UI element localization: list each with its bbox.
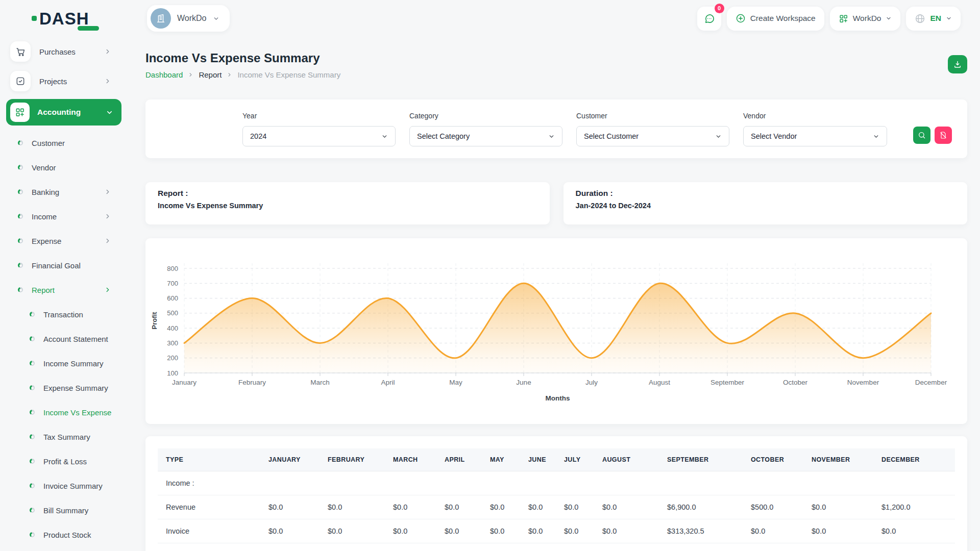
year-select[interactable]: 2024	[242, 126, 396, 146]
filter-card: Year 2024 Category Select Category Custo…	[145, 99, 967, 158]
sidebar-item-customer[interactable]: Customer	[0, 131, 122, 155]
income-expense-table: TYPEJANUARYFEBRUARYMARCHAPRILMAYJUNEJULY…	[158, 448, 955, 551]
sidebar-item-label: Income	[32, 212, 57, 221]
building-icon	[151, 8, 171, 29]
page-title: Income Vs Expense Summary	[145, 51, 967, 65]
vendor-select[interactable]: Select Vendor	[743, 126, 887, 146]
column-header-june: JUNE	[520, 448, 556, 471]
reset-filter-button[interactable]	[935, 127, 952, 144]
x-tick-label: March	[310, 379, 330, 386]
x-tick-label: January	[172, 379, 197, 386]
row-value: $0.0	[594, 495, 659, 519]
column-header-february: FEBRUARY	[320, 448, 385, 471]
column-header-may: MAY	[482, 448, 520, 471]
chat-icon	[703, 13, 715, 24]
column-header-august: AUGUST	[594, 448, 659, 471]
row-value: $0.0	[594, 519, 659, 543]
messages-button[interactable]: 0	[697, 7, 721, 31]
chevron-down-icon	[106, 109, 113, 116]
table-body: Income :Revenue$0.0$0.0$0.0$0.0$0.0$0.0$…	[158, 471, 955, 551]
vendor-filter: Vendor Select Vendor	[743, 112, 887, 146]
sidebar-item-label: Purchases	[39, 47, 76, 56]
chevron-down-icon	[886, 15, 892, 21]
workdo-menu-label: WorkDo	[853, 14, 881, 23]
duration-card-title: Duration :	[576, 189, 955, 198]
sidebar-item-label: Income Vs Expense	[43, 408, 111, 417]
sidebar-item-report[interactable]: Report	[0, 278, 122, 302]
column-header-january: JANUARY	[260, 448, 320, 471]
breadcrumb-dashboard[interactable]: Dashboard	[145, 70, 183, 79]
sidebar-item-label: Bill Summary	[43, 506, 88, 515]
chevron-right-icon	[104, 48, 111, 55]
sidebar-item-tax-summary[interactable]: Tax Summary	[0, 424, 122, 449]
bullet-icon	[18, 238, 23, 243]
page-header: Income Vs Expense Summary Dashboard Repo…	[145, 51, 967, 79]
main-content: Income Vs Expense Summary Dashboard Repo…	[122, 37, 980, 551]
sidebar-item-income[interactable]: Income	[0, 204, 122, 229]
category-select[interactable]: Select Category	[409, 126, 562, 146]
table-row-invoice: Invoice$0.0$0.0$0.0$0.0$0.0$0.0$0.0$0.0$…	[158, 519, 955, 543]
download-button[interactable]	[948, 55, 967, 73]
sidebar-item-financial-goal[interactable]: Financial Goal	[0, 253, 122, 278]
bullet-icon	[30, 312, 35, 317]
chevron-right-icon	[227, 72, 232, 78]
sidebar-item-label: Accounting	[37, 108, 81, 117]
sidebar-item-invoice-summary[interactable]: Invoice Summary	[0, 473, 122, 498]
row-value: $0.0	[556, 495, 594, 519]
sidebar-item-cash-flow[interactable]: Cash Flow	[0, 547, 122, 551]
sidebar-item-account-statement[interactable]: Account Statement	[0, 327, 122, 351]
row-value: $0.0	[803, 519, 873, 543]
sidebar-item-transaction[interactable]: Transaction	[0, 302, 122, 327]
y-tick-label: 100	[167, 369, 178, 377]
table-section-income: Income :	[158, 471, 955, 495]
workspace-switcher[interactable]: WorkDo	[147, 5, 230, 32]
chevron-down-icon	[715, 133, 722, 140]
download-icon	[953, 60, 962, 69]
logo-dot-icon	[32, 16, 37, 21]
sidebar-item-accounting[interactable]: Accounting	[6, 99, 121, 126]
sidebar-item-product-stock[interactable]: Product Stock	[0, 522, 122, 547]
sidebar-item-label: Customer	[32, 139, 65, 147]
sidebar-item-banking[interactable]: Banking	[0, 180, 122, 204]
customer-select[interactable]: Select Customer	[576, 126, 729, 146]
sidebar-item-profit-loss[interactable]: Profit & Loss	[0, 449, 122, 473]
sidebar-item-label: Tax Summary	[43, 433, 90, 441]
sidebar-item-label: Banking	[32, 188, 59, 196]
sidebar-item-income-summary[interactable]: Income Summary	[0, 351, 122, 375]
category-select-value: Select Category	[417, 132, 470, 140]
sidebar-item-label: Expense Summary	[43, 384, 108, 392]
sidebar-item-projects[interactable]: Projects	[10, 69, 116, 93]
chevron-right-icon	[104, 213, 111, 220]
sidebar-item-label: Projects	[39, 77, 67, 86]
create-workspace-button[interactable]: Create Workspace	[727, 7, 824, 31]
sidebar-item-bill-summary[interactable]: Bill Summary	[0, 498, 122, 522]
topbar: DASH WorkDo 0	[0, 0, 980, 37]
sidebar-item-vendor[interactable]: Vendor	[0, 155, 122, 180]
report-card-value: Income Vs Expense Summary	[158, 202, 537, 210]
globe-icon	[915, 13, 925, 24]
x-tick-label: October	[783, 379, 808, 386]
sidebar-item-income-vs-expense[interactable]: Income Vs Expense	[0, 400, 122, 424]
row-value: $0.0	[436, 519, 482, 543]
row-value: $500.0	[743, 495, 803, 519]
logo-text: DASH	[39, 10, 89, 27]
column-header-type: TYPE	[158, 448, 260, 471]
x-tick-label: December	[915, 379, 947, 386]
x-tick-label: April	[381, 379, 395, 386]
sidebar-item-label: Product Stock	[43, 531, 91, 539]
language-selector[interactable]: EN	[906, 7, 961, 31]
brand-logo[interactable]: DASH	[0, 10, 122, 27]
bullet-icon	[30, 410, 35, 415]
sidebar-item-purchases[interactable]: Purchases	[10, 40, 116, 63]
apply-filter-button[interactable]	[913, 127, 930, 144]
workdo-menu-button[interactable]: WorkDo	[830, 7, 901, 31]
messages-badge: 0	[715, 4, 724, 13]
sidebar-item-expense[interactable]: Expense	[0, 229, 122, 253]
sidebar-item-expense-summary[interactable]: Expense Summary	[0, 375, 122, 400]
topbar-actions: 0 Create Workspace WorkDo EN	[697, 7, 980, 31]
x-tick-label: August	[649, 379, 670, 386]
row-value: $0.0	[385, 495, 436, 519]
column-header-october: OCTOBER	[743, 448, 803, 471]
y-tick-label: 700	[167, 280, 178, 287]
breadcrumb-report[interactable]: Report	[199, 70, 222, 79]
